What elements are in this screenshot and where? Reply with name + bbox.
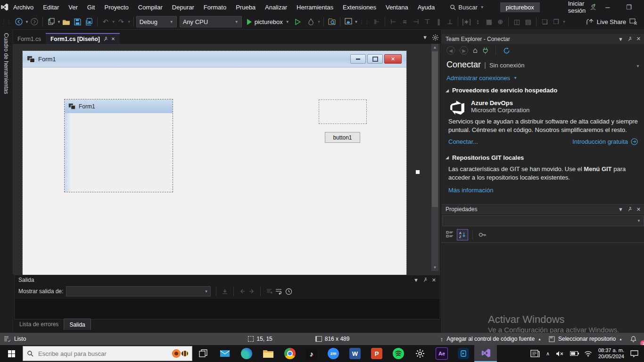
volume-muted-icon[interactable]	[556, 351, 564, 357]
word-wrap-icon[interactable]	[275, 288, 282, 295]
next-message-icon[interactable]	[248, 288, 255, 295]
window-position-icon[interactable]: ▼	[413, 277, 419, 283]
redo-icon[interactable]: ↷	[116, 16, 127, 27]
after-effects-app-icon[interactable]: Ae	[431, 345, 453, 362]
taskbar-search-input[interactable]	[37, 350, 143, 358]
powerpoint-app-icon[interactable]: P	[366, 345, 388, 362]
tab-settings-gear-icon[interactable]	[432, 34, 438, 41]
chrome-browser-icon[interactable]	[279, 345, 301, 362]
window-position-icon[interactable]: ▼	[618, 206, 623, 212]
menu-ver[interactable]: Ver	[64, 0, 83, 14]
output-text-area[interactable]	[15, 299, 439, 319]
te-back-icon[interactable]: ◀	[446, 46, 455, 55]
tray-expand-chevron-icon[interactable]: ∧	[546, 351, 550, 357]
pin-icon[interactable]	[423, 278, 428, 282]
menu-proyecto[interactable]: Proyecto	[99, 0, 133, 14]
start-debug-button[interactable]: picturebox ▼	[247, 18, 289, 25]
share-session-icon[interactable]	[629, 18, 637, 25]
pin-icon[interactable]	[627, 207, 632, 212]
more-info-link[interactable]: Más información	[448, 187, 493, 194]
manage-connections-link[interactable]: Administrar conexiones	[446, 74, 510, 82]
output-source-select[interactable]: ▼	[66, 286, 211, 296]
menu-compilar[interactable]: Compilar	[133, 0, 167, 14]
live-share-label[interactable]: Live Share	[597, 18, 626, 25]
clear-all-icon[interactable]	[266, 288, 272, 295]
properties-grid-empty[interactable]	[442, 243, 644, 313]
notifications-bell-button[interactable]: 1	[626, 333, 644, 345]
toolbox-strip-label[interactable]: Cuadro de herramientas	[3, 33, 9, 94]
live-share-icon[interactable]	[586, 18, 594, 25]
phone-link-app-icon[interactable]	[453, 345, 474, 362]
align-middles-icon[interactable]: ∥	[433, 16, 444, 27]
menu-extensiones[interactable]: Extensiones	[338, 0, 381, 14]
select-pointer-icon[interactable]: ⊩	[371, 16, 382, 27]
taskbar-search-box[interactable]	[23, 346, 192, 361]
menu-ayuda[interactable]: Ayuda	[413, 0, 440, 14]
news-widget-icon[interactable]	[530, 350, 540, 357]
menu-formato[interactable]: Formato	[199, 0, 231, 14]
zoom-app-icon[interactable]: zm	[322, 345, 344, 362]
task-view-button[interactable]	[192, 345, 214, 362]
timestamp-clock-icon[interactable]	[285, 288, 292, 295]
save-all-icon[interactable]	[83, 16, 95, 27]
menu-herramientas[interactable]: Herramientas	[292, 0, 338, 14]
spotify-app-icon[interactable]	[388, 345, 409, 362]
action-center-icon[interactable]	[630, 350, 638, 357]
menu-archivo[interactable]: Archivo	[8, 0, 38, 14]
forms-designer-surface[interactable]: Form1 ✕ Form1 button1 ▲ ▼	[13, 44, 440, 275]
picturebox-control[interactable]	[319, 99, 367, 124]
select-repository-button[interactable]: Seleccionar repositorio ▲	[545, 333, 626, 345]
file-explorer-icon[interactable]	[257, 345, 279, 362]
add-to-source-control-button[interactable]: ↑ Agregar al control de código fuente ▲	[437, 333, 545, 345]
align-tops-icon[interactable]: ⊤	[421, 16, 433, 27]
menu-ventana[interactable]: Ventana	[381, 0, 413, 14]
word-app-icon[interactable]: W	[344, 345, 366, 362]
menu-depurar[interactable]: Depurar	[167, 0, 199, 14]
battery-icon[interactable]	[570, 351, 578, 356]
bing-daily-flower-icon[interactable]	[172, 349, 181, 358]
connections-plug-icon[interactable]	[482, 47, 488, 54]
make-same-width-icon[interactable]: |∗|	[461, 16, 472, 27]
section-hosted-providers[interactable]: ◢ Proveedores de servicio hospedado	[442, 82, 644, 96]
vertical-spacing-icon[interactable]: ▤	[522, 16, 534, 27]
output-panel-header[interactable]: Salida ▼ ✕	[15, 275, 440, 285]
goto-message-icon[interactable]	[222, 288, 228, 295]
scroll-down-icon[interactable]: ▼	[431, 264, 438, 271]
undo-icon[interactable]: ↶	[100, 16, 111, 27]
toolbox-side-strip[interactable]: Cuadro de herramientas	[0, 29, 13, 333]
window-restore-button[interactable]: ❐	[618, 0, 639, 14]
start-button[interactable]	[0, 345, 23, 362]
chevron-down-icon[interactable]: ▼	[636, 64, 640, 68]
chevron-down-icon[interactable]: ▼	[25, 20, 29, 24]
designed-form[interactable]: Form1 ✕ Form1 button1	[23, 51, 406, 275]
tiktok-app-icon[interactable]: ♪	[301, 345, 322, 362]
align-centers-icon[interactable]: ≡	[399, 16, 410, 27]
horizontal-spacing-icon[interactable]: ◫	[511, 16, 522, 27]
close-panel-icon[interactable]: ✕	[636, 206, 641, 213]
open-folder-icon[interactable]	[61, 16, 72, 27]
designed-form-titlebar[interactable]: Form1 ✕	[23, 51, 406, 67]
designer-vertical-scrollbar[interactable]: ▲ ▼	[431, 44, 438, 271]
bing-daily-bee-icon[interactable]	[182, 351, 188, 356]
inner-form-control[interactable]: Form1	[64, 99, 173, 192]
alphabetical-sort-icon[interactable]: AZ	[457, 229, 468, 240]
pin-icon[interactable]	[627, 37, 632, 41]
previous-message-icon[interactable]	[239, 288, 246, 295]
chevron-down-icon[interactable]: ▼	[355, 20, 358, 24]
platform-select[interactable]: Any CPU ▼	[180, 16, 242, 27]
mail-app-icon[interactable]	[214, 345, 236, 362]
size-to-grid-icon[interactable]: ▦	[483, 16, 495, 27]
window-position-icon[interactable]: ▼	[618, 36, 623, 42]
find-in-files-icon[interactable]	[326, 16, 338, 27]
clock[interactable]: 08:37 a. m. 20/05/2024	[598, 347, 624, 360]
scroll-up-icon[interactable]: ▲	[431, 44, 438, 51]
new-project-icon[interactable]	[45, 16, 57, 27]
search-box[interactable]: Buscar ▼	[445, 4, 488, 11]
section-local-git-repos[interactable]: ◢ Repositorios GIT locales	[442, 150, 644, 163]
menu-editar[interactable]: Editar	[38, 0, 64, 14]
align-lefts-icon[interactable]: ⊢	[388, 16, 399, 27]
arrow-right-circle-icon[interactable]	[631, 138, 638, 145]
menu-analizar[interactable]: Analizar	[260, 0, 292, 14]
configuration-select[interactable]: Debug ▼	[136, 16, 177, 27]
form-resize-handle[interactable]	[415, 170, 420, 174]
